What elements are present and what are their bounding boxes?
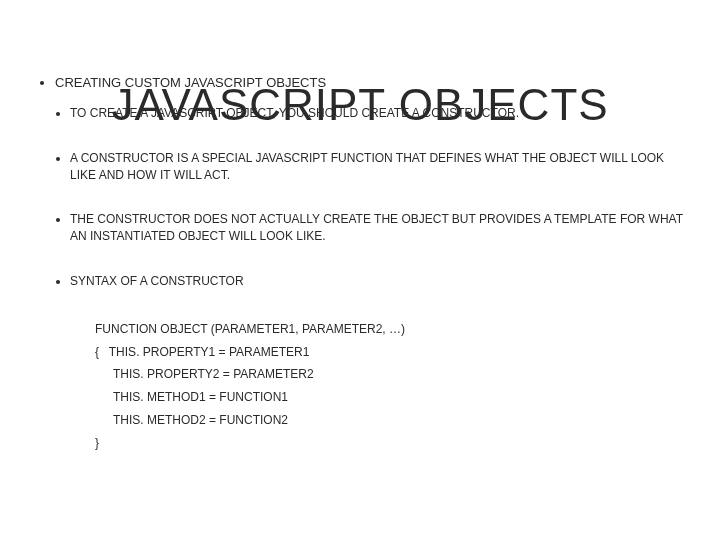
- slide-container: JAVASCRIPT OBJECTS CREATING CUSTOM JAVAS…: [0, 0, 720, 540]
- bullet-constructor-template: THE CONSTRUCTOR DOES NOT ACTUALLY CREATE…: [70, 211, 690, 245]
- code-block: FUNCTION OBJECT (PARAMETER1, PARAMETER2,…: [95, 318, 690, 455]
- bullet-constructor-syntax: SYNTAX OF A CONSTRUCTOR: [70, 273, 690, 290]
- top-bullet-list: CREATING CUSTOM JAVASCRIPT OBJECTS: [30, 75, 690, 90]
- sub-bullet-list: TO CREATE A JAVASCRIPT OBJECT, YOU SHOUL…: [30, 105, 690, 290]
- code-line-3: THIS. PROPERTY2 = PARAMETER2: [95, 363, 690, 386]
- heading-bullet: CREATING CUSTOM JAVASCRIPT OBJECTS: [55, 75, 690, 90]
- code-line-2: { THIS. PROPERTY1 = PARAMETER1: [95, 341, 690, 364]
- code-line-5: THIS. METHOD2 = FUNCTION2: [95, 409, 690, 432]
- bullet-constructor-definition: A CONSTRUCTOR IS A SPECIAL JAVASCRIPT FU…: [70, 150, 690, 184]
- code-line-6: }: [95, 432, 690, 455]
- bullet-constructor-create: TO CREATE A JAVASCRIPT OBJECT, YOU SHOUL…: [70, 105, 690, 122]
- code-line-4: THIS. METHOD1 = FUNCTION1: [95, 386, 690, 409]
- code-line-1: FUNCTION OBJECT (PARAMETER1, PARAMETER2,…: [95, 318, 690, 341]
